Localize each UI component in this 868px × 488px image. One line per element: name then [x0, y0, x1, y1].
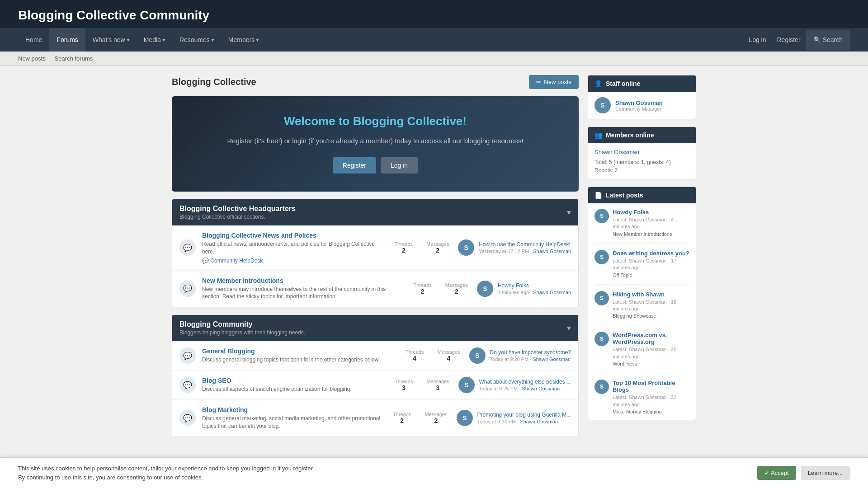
staff-online-header: 👤 Staff online	[588, 75, 696, 92]
lp-title[interactable]: Top 10 Most Profitable Blogs	[613, 380, 689, 393]
online-member-link[interactable]: Shawn Gossman	[594, 149, 689, 155]
section-desc: Bloggers helping bloggers with their blo…	[179, 329, 305, 336]
forum-info: Blogging Collective News and Polices Rea…	[202, 232, 386, 264]
search-icon: 🔍	[813, 36, 821, 43]
forum-latest: S Howdy Folks 4 minutes ago · Shawn Goss…	[477, 281, 571, 297]
nav-whats-new[interactable]: What's new ▾	[85, 28, 137, 52]
lp-meta: Latest: Shawn Gossman · 20 minutes ago	[613, 346, 689, 360]
latest-post-item: S Does writing destress you? Latest: Sha…	[594, 250, 689, 285]
pencil-icon: ✏	[536, 79, 541, 85]
latest-post-title[interactable]: Howdy Folks	[498, 282, 571, 289]
section-toggle[interactable]: ▾	[567, 207, 571, 217]
latest-post-title[interactable]: How to use the Community HelpDesk!	[479, 241, 571, 248]
forum-latest: S Do you have imposter syndrome? Today a…	[469, 347, 571, 364]
sidebar: 👤 Staff online S Shawn Gossman Community…	[588, 75, 696, 444]
forum-info: Blog SEO Discuss all aspects of search e…	[202, 377, 386, 393]
latest-author[interactable]: Shawn Gossman	[520, 419, 558, 424]
nav-register[interactable]: Register	[772, 28, 806, 52]
forum-icon: 💬	[179, 377, 196, 393]
latest-posts-section: 📄 Latest posts S Howdy Folks Latest: Sha…	[588, 187, 696, 420]
latest-author[interactable]: Shawn Gossman	[533, 249, 571, 254]
forum-icon: 💬	[179, 410, 196, 426]
lp-info: Hiking with Shawn Latest: Shawn Gossman …	[613, 291, 689, 319]
lp-title[interactable]: Does writing destress you?	[613, 250, 689, 257]
latest-author[interactable]: Shawn Gossman	[533, 357, 571, 362]
latest-post-item: S Howdy Folks Latest: Shawn Gossman · 4 …	[594, 209, 689, 244]
nav-login[interactable]: Log in	[743, 28, 771, 52]
forum-sections: Blogging Collective Headquarters Bloggin…	[172, 199, 579, 437]
latest-meta: Today at 9:20 PM · Shawn Gossman	[490, 357, 571, 362]
forum-info: New Member Introductions New members may…	[202, 277, 404, 301]
forum-name[interactable]: Blog SEO	[202, 377, 386, 384]
lp-meta: Latest: Shawn Gossman · 22 minutes ago	[613, 394, 689, 408]
forum-row: 💬 Blog Marketing Discuss general marketi…	[172, 400, 578, 436]
forum-row: 💬 Blog SEO Discuss all aspects of search…	[172, 371, 578, 400]
lp-info: Does writing destress you? Latest: Shawn…	[613, 250, 689, 278]
members-total: Total: 5 (members: 1, guests: 4)	[594, 159, 689, 165]
lp-avatar: S	[594, 291, 609, 305]
latest-meta: Yesterday at 12:12 PM · Shawn Gossman	[479, 249, 571, 254]
welcome-register-button[interactable]: Register	[333, 157, 376, 174]
messages-stat: Messages 3	[426, 379, 449, 391]
search-button[interactable]: 🔍 Search	[806, 30, 850, 50]
avatar: S	[458, 377, 475, 393]
forum-description: Read official news, announcements, and p…	[202, 240, 386, 256]
page-body: Blogging Collective ✏ New posts Welcome …	[163, 66, 705, 453]
messages-stat: Messages 4	[437, 349, 460, 362]
chevron-down-icon: ▾	[212, 38, 214, 42]
lp-category: WordPress	[613, 361, 689, 366]
forum-description: New members may introduce themselves to …	[202, 286, 404, 301]
forum-section-headquarters: Blogging Collective Headquarters Bloggin…	[172, 199, 579, 307]
lp-meta: Latest: Shawn Gossman · 18 minutes ago	[613, 299, 689, 313]
latest-post-title[interactable]: Promoting your blog using Guerilla M...	[477, 412, 571, 418]
latest-posts-header: 📄 Latest posts	[588, 187, 696, 203]
threads-stat: Threads 2	[413, 282, 431, 295]
nav-resources[interactable]: Resources ▾	[172, 28, 221, 52]
latest-post-title[interactable]: Do you have imposter syndrome?	[490, 349, 571, 356]
lp-title[interactable]: Howdy Folks	[613, 209, 689, 216]
welcome-banner: Welcome to Blogging Collective! Register…	[172, 96, 579, 192]
robots-count: Robots: 2	[594, 167, 689, 174]
forum-name[interactable]: Blogging Collective News and Polices	[202, 232, 386, 239]
latest-post-title[interactable]: What about everything else besides ...	[479, 379, 571, 385]
latest-author[interactable]: Shawn Gossman	[533, 290, 571, 295]
staff-role: Community Manager	[615, 106, 663, 112]
section-toggle[interactable]: ▾	[567, 323, 571, 333]
welcome-login-button[interactable]: Log in	[381, 157, 418, 174]
members-online-body: Shawn Gossman Total: 5 (members: 1, gues…	[588, 143, 696, 179]
forum-name[interactable]: New Member Introductions	[202, 277, 404, 284]
latest-author[interactable]: Shawn Gossman	[522, 386, 560, 391]
forum-badge[interactable]: 💬 Community HelpDesk	[202, 258, 386, 264]
latest-post-item: S WordPress.com vs. WordPress.org Latest…	[594, 332, 689, 373]
main-content: Blogging Collective ✏ New posts Welcome …	[172, 75, 579, 444]
nav-media[interactable]: Media ▾	[137, 28, 172, 52]
forum-name[interactable]: Blog Marketing	[202, 406, 384, 413]
latest-info: Promoting your blog using Guerilla M... …	[477, 412, 571, 424]
sub-nav-new-posts[interactable]: New posts	[18, 55, 46, 62]
forum-icon: 💬	[179, 347, 196, 364]
latest-meta: Today at 9:25 PM · Shawn Gossman	[479, 386, 571, 391]
staff-name[interactable]: Shawn Gossman	[615, 99, 663, 106]
lp-title[interactable]: Hiking with Shawn	[613, 291, 689, 298]
new-posts-button[interactable]: ✏ New posts	[529, 75, 579, 89]
avatar: S	[457, 410, 473, 426]
forum-info: General Blogging Discuss general bloggin…	[202, 347, 396, 364]
messages-stat: Messages 2	[445, 282, 468, 295]
latest-meta: Today at 9:34 PM · Shawn Gossman	[477, 419, 571, 424]
nav-home[interactable]: Home	[18, 28, 49, 52]
lp-title[interactable]: WordPress.com vs. WordPress.org	[613, 332, 689, 345]
staff-info: Shawn Gossman Community Manager	[615, 99, 663, 112]
latest-posts-body: S Howdy Folks Latest: Shawn Gossman · 4 …	[588, 203, 696, 420]
forum-latest: S How to use the Community HelpDesk! Yes…	[458, 239, 571, 256]
forum-name[interactable]: General Blogging	[202, 347, 396, 355]
forum-stats: Threads 2 Messages 2	[395, 241, 449, 254]
sub-nav-search-forums[interactable]: Search forums	[55, 55, 93, 62]
welcome-title: Welcome to Blogging Collective!	[185, 114, 565, 128]
lp-meta: Latest: Shawn Gossman · 17 minutes ago	[613, 258, 689, 272]
nav-forums[interactable]: Forums	[49, 28, 85, 52]
members-icon: 👥	[594, 131, 602, 139]
staff-online-section: 👤 Staff online S Shawn Gossman Community…	[588, 75, 696, 119]
nav-members[interactable]: Members ▾	[221, 28, 266, 52]
latest-info: Do you have imposter syndrome? Today at …	[490, 349, 571, 362]
section-header: Blogging Community Bloggers helping blog…	[172, 315, 578, 341]
